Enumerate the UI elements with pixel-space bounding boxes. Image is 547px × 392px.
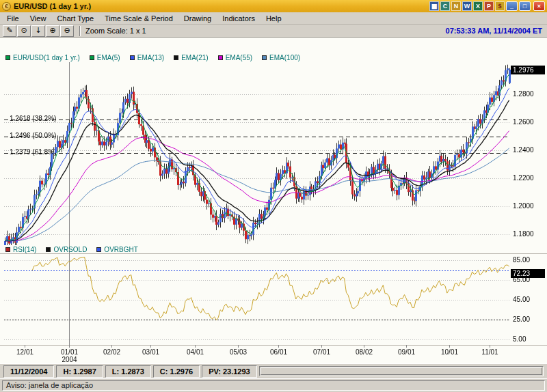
main-legend-item: EMA(13) [130, 54, 164, 61]
rsi-legend-swatch [46, 247, 51, 252]
chart-region: EUR/USD(1 day 1 yr.)EMA(5)EMA(13)EMA(21)… [0, 38, 547, 363]
rsi-legend-item: OVRSOLD [46, 246, 87, 253]
rsi-legend: RSI(14)OVRSOLDOVRBGHT [5, 246, 138, 253]
main-chart-legend: EUR/USD(1 day 1 yr.)EMA(5)EMA(13)EMA(21)… [5, 54, 300, 61]
footer-bar: Aviso: janela de aplicação [0, 378, 547, 392]
menu-item-drawing[interactable]: Drawing [178, 13, 217, 24]
rsi-legend-item: OVRBGHT [96, 246, 137, 253]
main-legend-swatch [90, 55, 94, 60]
menu-item-indicators[interactable]: Indicators [217, 13, 261, 24]
main-legend-label: EMA(13) [137, 54, 164, 61]
main-legend-label: EUR/USD(1 day 1 yr.) [13, 54, 80, 61]
status-low-box: L: 1.2873 [105, 365, 151, 378]
status-close-box: C: 1.2976 [153, 365, 200, 378]
zoom-scale-label: Zoom Scale: 1 x 1 [85, 27, 146, 35]
main-legend-swatch [218, 55, 223, 60]
menu-item-time-scale-period[interactable]: Time Scale & Period [99, 13, 178, 24]
window-title: EUR/USD (1 day 1 yr.) [14, 2, 91, 10]
main-legend-swatch [262, 55, 267, 60]
titlebar-tray: ▦CNWXP$ [428, 1, 505, 11]
main-legend-item: EUR/USD(1 day 1 yr.) [5, 54, 80, 61]
main-legend-item: EMA(55) [218, 54, 252, 61]
main-legend-item: EMA(21) [174, 54, 208, 61]
main-legend-label: EMA(100) [269, 54, 300, 61]
rsi-legend-item: RSI(14) [5, 246, 36, 253]
status-pivot-box: PV: 23.1293 [202, 365, 257, 378]
main-legend-swatch [174, 55, 178, 60]
excel-icon[interactable]: X [473, 1, 483, 11]
main-legend-swatch [5, 55, 10, 60]
arrow-down-tool-icon[interactable]: ↓ [31, 25, 45, 37]
ppt-icon[interactable]: P [484, 1, 494, 11]
zoom-out-icon[interactable]: ⊖ [60, 25, 74, 37]
zoom-in-icon[interactable]: ⊕ [46, 25, 59, 37]
main-legend-label: EMA(5) [97, 54, 120, 61]
title-bar[interactable]: € EUR/USD (1 day 1 yr.) ▦CNWXP$ _ □ × [0, 0, 547, 12]
main-legend-label: EMA(55) [226, 54, 252, 61]
chart-scrollbar[interactable] [259, 366, 544, 376]
rsi-legend-label: OVRSOLD [53, 246, 87, 253]
notes-app-icon[interactable]: N [451, 1, 461, 11]
status-high-box: H: 1.2987 [56, 365, 103, 378]
status-date-box: 11/12/2004 [3, 365, 54, 378]
scrollbar-thumb[interactable] [261, 367, 542, 375]
crosshair-tool-icon[interactable]: ⊙ [17, 25, 31, 37]
menu-item-help[interactable]: Help [261, 13, 287, 24]
chart-app-icon[interactable]: C [440, 1, 450, 11]
toolbar-tools: ✎⊙↓⊕⊖ [3, 25, 75, 37]
draw-line-tool-icon[interactable]: ✎ [3, 25, 16, 37]
rsi-legend-swatch [5, 247, 10, 252]
main-legend-item: EMA(100) [262, 54, 300, 61]
rsi-legend-label: OVRBGHT [104, 246, 137, 253]
rsi-legend-swatch [96, 247, 101, 252]
minimize-button[interactable]: _ [506, 1, 518, 11]
app-window: { "window": { "title": "EUR/USD (1 day 1… [0, 0, 547, 392]
rsi-legend-label: RSI(14) [13, 246, 36, 253]
chart-canvas[interactable] [0, 38, 547, 363]
browser-status-text: Aviso: janela de aplicação [2, 380, 545, 391]
menu-item-view[interactable]: View [25, 13, 52, 24]
menu-item-chart-type[interactable]: Chart Type [51, 13, 99, 24]
word-icon[interactable]: W [462, 1, 472, 11]
app-icon: € [2, 2, 11, 11]
grid-app-icon[interactable]: ▦ [429, 1, 439, 11]
main-legend-label: EMA(21) [181, 54, 208, 61]
main-legend-swatch [130, 55, 135, 60]
toolbar: ✎⊙↓⊕⊖ Zoom Scale: 1 x 1 07:53:33 AM, 11/… [0, 25, 547, 38]
clock-display: 07:53:33 AM, 11/14/2004 ET [446, 27, 544, 35]
menu-item-file[interactable]: File [1, 13, 25, 24]
money-icon[interactable]: $ [495, 1, 505, 11]
close-button[interactable]: × [533, 1, 545, 11]
maximize-button[interactable]: □ [519, 1, 531, 11]
toolbar-separator [79, 26, 81, 36]
main-legend-item: EMA(5) [90, 54, 120, 61]
menu-bar: FileViewChart TypeTime Scale & PeriodDra… [0, 12, 547, 25]
status-bar: 11/12/2004 H: 1.2987 L: 1.2873 C: 1.2976… [0, 363, 547, 378]
